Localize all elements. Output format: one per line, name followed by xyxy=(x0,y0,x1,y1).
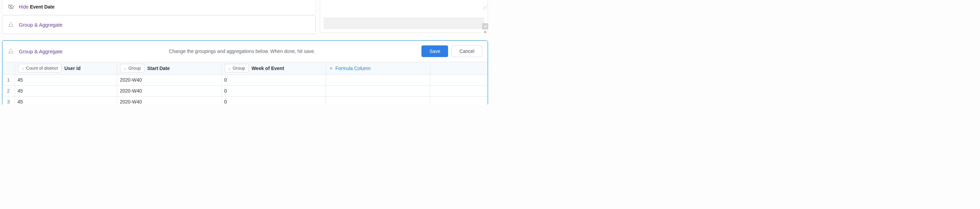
cancel-button[interactable]: Cancel xyxy=(452,45,482,57)
extra-cell xyxy=(430,75,488,85)
extra-header xyxy=(430,62,488,75)
week-cell: 0 xyxy=(221,85,326,96)
svg-point-1 xyxy=(9,24,10,25)
hide-step[interactable]: Hide Event Date xyxy=(2,0,316,14)
start-cell: 2020-W40 xyxy=(117,75,221,85)
table-row[interactable]: 1 45 2020-W40 0 xyxy=(2,75,488,85)
editor-title: Group & Aggregate xyxy=(19,48,62,54)
rownum: 3 xyxy=(2,96,15,104)
count-cell: 45 xyxy=(15,96,117,104)
svg-point-2 xyxy=(12,24,13,25)
add-formula-column[interactable]: ＋ Formula Column xyxy=(329,65,371,71)
group-aggregate-editor: Group & Aggregate Change the groupings a… xyxy=(2,40,488,104)
start-cell: 2020-W40 xyxy=(117,96,221,104)
chevron-down-icon: ⌄ xyxy=(228,66,231,70)
week-cell: 0 xyxy=(221,75,326,85)
table-row[interactable]: 3 45 2020-W40 0 xyxy=(2,96,488,104)
group-dropdown-start[interactable]: ⌄ Group xyxy=(120,64,145,72)
svg-point-4 xyxy=(11,26,11,27)
week-header: ⌄ Group Week of Event xyxy=(221,62,326,75)
preview-panel xyxy=(320,0,488,33)
right-rail: 12 ▼ xyxy=(480,0,490,34)
week-column-label: Week of Event xyxy=(251,65,284,71)
svg-point-3 xyxy=(9,26,10,27)
table-body: 1 45 2020-W40 0 2 45 2020-W40 0 3 45 202… xyxy=(2,75,488,104)
table-row[interactable]: 2 45 2020-W40 0 xyxy=(2,85,488,96)
editor-description: Change the groupings and aggregations be… xyxy=(67,48,417,54)
extra-cell xyxy=(430,85,488,96)
plus-icon: ＋ xyxy=(329,65,334,71)
group-dropdown-week[interactable]: ⌄ Group xyxy=(224,64,249,72)
svg-point-11 xyxy=(9,51,10,51)
rownum: 1 xyxy=(2,75,15,85)
aggregate-table: ⌄ Count of distinct User Id ⌄ Group Star… xyxy=(2,62,488,104)
svg-point-15 xyxy=(12,53,13,53)
chevron-down-icon: ⌄ xyxy=(124,66,127,70)
count-distinct-dropdown[interactable]: ⌄ Count of distinct xyxy=(18,64,62,72)
group-icon xyxy=(8,22,14,28)
rownum-header xyxy=(2,62,15,75)
svg-point-10 xyxy=(11,49,11,50)
start-column-label: Start Date xyxy=(147,65,170,71)
count-cell: 45 xyxy=(15,85,117,96)
svg-point-12 xyxy=(12,51,13,51)
svg-point-0 xyxy=(11,22,11,23)
svg-point-14 xyxy=(11,53,11,53)
formula-cell xyxy=(326,85,430,96)
preview-placeholder xyxy=(324,18,484,29)
week-cell: 0 xyxy=(221,96,326,104)
count-header: ⌄ Count of distinct User Id xyxy=(15,62,117,75)
start-cell: 2020-W40 xyxy=(117,85,221,96)
svg-point-9 xyxy=(487,6,487,6)
svg-point-13 xyxy=(9,53,10,53)
extra-cell xyxy=(430,96,488,104)
count-column-label: User Id xyxy=(64,65,81,71)
group-step-label: Group & Aggregate xyxy=(19,22,62,28)
chevron-down-icon: ⌄ xyxy=(21,66,24,70)
rownum: 2 xyxy=(2,85,15,96)
count-cell: 45 xyxy=(15,75,117,85)
formula-cell xyxy=(326,75,430,85)
save-button[interactable]: Save xyxy=(422,45,448,57)
start-date-header: ⌄ Group Start Date xyxy=(117,62,221,75)
group-icon xyxy=(8,48,14,54)
editor-header: Group & Aggregate Change the groupings a… xyxy=(2,41,488,62)
rail-badge[interactable]: 12 xyxy=(482,23,488,29)
svg-point-7 xyxy=(484,7,485,8)
eye-off-icon xyxy=(8,4,14,10)
scatter-icon[interactable] xyxy=(482,5,488,10)
chevron-down-icon[interactable]: ▼ xyxy=(484,30,487,34)
hide-label: Hide Event Date xyxy=(19,4,54,10)
formula-header: ＋ Formula Column xyxy=(326,62,430,75)
svg-point-5 xyxy=(12,26,13,27)
group-aggregate-step[interactable]: Group & Aggregate xyxy=(2,15,316,34)
formula-cell xyxy=(326,96,430,104)
svg-point-6 xyxy=(483,8,484,9)
svg-point-8 xyxy=(485,8,486,8)
